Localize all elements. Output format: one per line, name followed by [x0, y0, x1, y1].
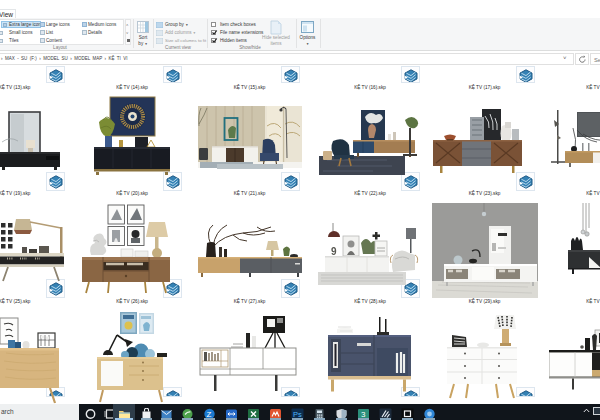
svg-text:9: 9	[331, 246, 337, 257]
